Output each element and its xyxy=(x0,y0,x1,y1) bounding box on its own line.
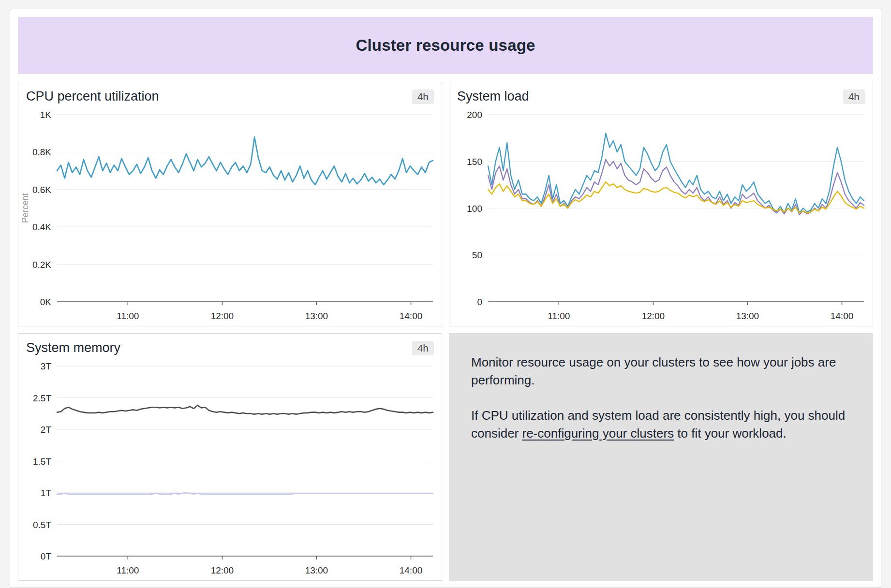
svg-text:0: 0 xyxy=(477,297,482,307)
info-panel: Monitor resource usage on your clusters … xyxy=(449,333,873,581)
cpu-time-range-badge: 4h xyxy=(412,89,434,104)
cpu-utilization-panel: CPU percent utilization 4h 0K0.2K0.4K0.6… xyxy=(18,82,442,326)
svg-text:150: 150 xyxy=(467,157,482,167)
svg-text:14:00: 14:00 xyxy=(400,565,423,575)
svg-text:13:00: 13:00 xyxy=(305,565,328,575)
info-paragraph-reconfigure-suffix: to fit your workload. xyxy=(674,426,787,441)
dashboard-card: Cluster resource usage CPU percent utili… xyxy=(10,9,881,588)
svg-text:0.8K: 0.8K xyxy=(32,147,51,157)
memory-time-range-badge: 4h xyxy=(412,341,434,355)
svg-text:1T: 1T xyxy=(41,488,52,498)
svg-text:0T: 0T xyxy=(41,551,52,561)
system-memory-panel: System memory 4h 0T0.5T1T1.5T2T2.5T3T11:… xyxy=(18,333,442,581)
svg-text:0.5T: 0.5T xyxy=(33,520,51,530)
svg-text:13:00: 13:00 xyxy=(305,311,328,321)
svg-text:0.4K: 0.4K xyxy=(32,222,51,232)
memory-panel-title: System memory xyxy=(26,340,120,355)
load-time-range-badge: 4h xyxy=(843,89,865,104)
svg-text:11:00: 11:00 xyxy=(117,311,139,321)
svg-text:100: 100 xyxy=(467,204,482,214)
svg-text:14:00: 14:00 xyxy=(831,311,854,321)
svg-text:50: 50 xyxy=(472,250,482,260)
cpu-utilization-chart: 0K0.2K0.4K0.6K0.8K1K11:0012:0013:0014:00… xyxy=(18,107,442,326)
svg-text:13:00: 13:00 xyxy=(736,311,759,321)
panel-grid: CPU percent utilization 4h 0K0.2K0.4K0.6… xyxy=(18,82,873,581)
svg-text:11:00: 11:00 xyxy=(117,565,139,575)
memory-panel-header: System memory 4h xyxy=(18,334,442,358)
system-load-panel: System load 4h 05010015020011:0012:0013:… xyxy=(449,82,873,326)
svg-text:3T: 3T xyxy=(41,361,52,371)
svg-text:12:00: 12:00 xyxy=(642,311,665,321)
load-panel-header: System load 4h xyxy=(449,82,873,107)
svg-text:1K: 1K xyxy=(40,110,52,120)
svg-text:0.2K: 0.2K xyxy=(32,260,51,270)
cpu-panel-header: CPU percent utilization 4h xyxy=(18,82,442,107)
load-panel-title: System load xyxy=(457,89,529,104)
svg-text:200: 200 xyxy=(467,110,482,120)
page-title: Cluster resource usage xyxy=(356,36,535,55)
info-paragraph-monitor: Monitor resource usage on your clusters … xyxy=(471,353,851,389)
info-paragraph-reconfigure: If CPU utilization and system load are c… xyxy=(471,407,851,442)
system-load-chart: 05010015020011:0012:0013:0014:00 xyxy=(449,107,873,326)
svg-text:11:00: 11:00 xyxy=(548,311,570,321)
reconfigure-clusters-link[interactable]: re-configuring your clusters xyxy=(522,426,674,441)
svg-text:2T: 2T xyxy=(41,425,52,435)
svg-text:0.6K: 0.6K xyxy=(32,185,51,195)
svg-text:14:00: 14:00 xyxy=(400,311,423,321)
dashboard-header-banner: Cluster resource usage xyxy=(18,17,873,74)
cpu-panel-title: CPU percent utilization xyxy=(26,89,159,104)
svg-text:12:00: 12:00 xyxy=(211,311,234,321)
svg-text:0K: 0K xyxy=(40,297,52,307)
svg-text:Percent: Percent xyxy=(20,193,30,223)
svg-text:12:00: 12:00 xyxy=(211,565,234,575)
system-memory-chart: 0T0.5T1T1.5T2T2.5T3T11:0012:0013:0014:00 xyxy=(18,358,442,580)
svg-text:2.5T: 2.5T xyxy=(33,393,51,403)
svg-text:1.5T: 1.5T xyxy=(33,456,51,467)
